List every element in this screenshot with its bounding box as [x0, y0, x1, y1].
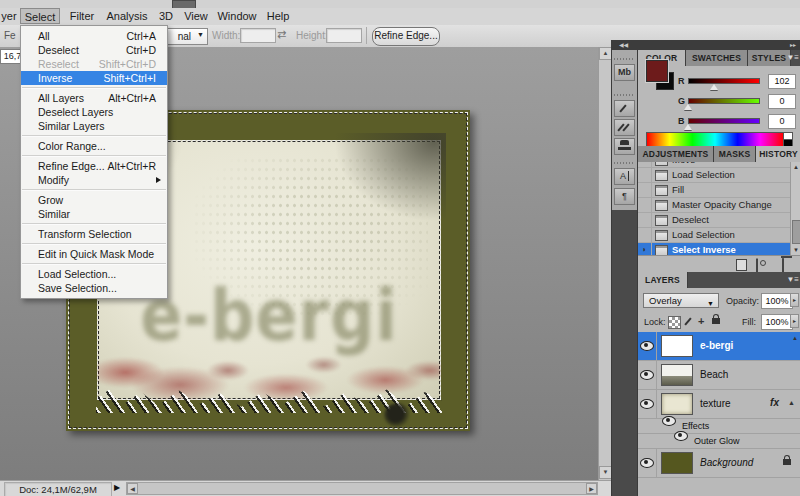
- lock-all-icon[interactable]: [712, 318, 720, 324]
- width-input[interactable]: [240, 28, 276, 43]
- tab-swatches[interactable]: SWATCHES: [686, 50, 748, 66]
- character-panel-icon[interactable]: A: [614, 168, 635, 185]
- menu-item-deselect[interactable]: DeselectCtrl+D: [21, 43, 167, 57]
- menu-analysis[interactable]: Analysis: [102, 8, 152, 24]
- scroll-up-icon[interactable]: ▲: [793, 164, 799, 170]
- panel-menu-icon[interactable]: ▼≡: [786, 53, 799, 62]
- fill-slider-icon[interactable]: ▸: [790, 314, 799, 328]
- scroll-right-icon[interactable]: ▶: [586, 483, 597, 494]
- visibility-eye-icon[interactable]: [640, 370, 654, 380]
- menu-item-modify[interactable]: Modify: [21, 173, 167, 187]
- menu-view[interactable]: View: [180, 8, 212, 24]
- brush-panel-icon[interactable]: [614, 100, 635, 117]
- opacity-slider-icon[interactable]: ▸: [790, 293, 799, 307]
- visibility-eye-icon[interactable]: [674, 431, 688, 441]
- menu-item-similar[interactable]: Similar: [21, 207, 167, 221]
- layer-thumbnail[interactable]: [661, 335, 693, 357]
- history-scrollbar[interactable]: ▲ ▼: [790, 162, 800, 255]
- blue-slider[interactable]: [688, 118, 760, 124]
- blend-mode-dropdown[interactable]: Overlay ▼: [643, 293, 719, 308]
- lock-transparency-icon[interactable]: [668, 316, 681, 329]
- clone-source-icon[interactable]: [614, 138, 635, 155]
- menu-item-transform-selection[interactable]: Transform Selection: [21, 227, 167, 241]
- tab-adjustments[interactable]: ADJUSTMENTS: [638, 146, 714, 162]
- menu-select[interactable]: Select: [20, 8, 60, 24]
- menu-item-all-layers[interactable]: All LayersAlt+Ctrl+A: [21, 91, 167, 105]
- menu-item-save-selection[interactable]: Save Selection...: [21, 281, 167, 295]
- layer-row-e-bergi[interactable]: e-bergi: [638, 332, 800, 361]
- color-spectrum-ramp[interactable]: [646, 132, 784, 147]
- layer-thumbnail[interactable]: [661, 364, 693, 386]
- paragraph-panel-icon[interactable]: ¶: [614, 188, 635, 205]
- brush-presets-icon[interactable]: [614, 119, 635, 136]
- layer-row-background[interactable]: Background: [638, 449, 800, 478]
- mini-bridge-icon[interactable]: Mb: [614, 64, 635, 81]
- green-slider[interactable]: [688, 98, 760, 104]
- menu-help[interactable]: Help: [262, 8, 294, 24]
- menu-3d[interactable]: 3D: [154, 8, 178, 24]
- history-item-master-opacity[interactable]: Master Opacity Change: [638, 198, 790, 213]
- scrollbar-thumb[interactable]: [792, 220, 800, 244]
- history-item-select-inverse[interactable]: ◗ Select Inverse: [638, 243, 790, 255]
- fx-badge[interactable]: fx: [770, 397, 779, 408]
- layer-thumbnail[interactable]: [661, 452, 693, 474]
- green-slider-marker[interactable]: [684, 104, 692, 110]
- red-slider[interactable]: [688, 78, 760, 84]
- red-slider-marker[interactable]: [710, 84, 718, 90]
- layer-row-texture[interactable]: texture fx ▲: [638, 390, 800, 419]
- menu-item-similar-layers[interactable]: Similar Layers: [21, 119, 167, 133]
- menu-item-load-selection[interactable]: Load Selection...: [21, 267, 167, 281]
- lock-position-icon[interactable]: +: [698, 316, 704, 327]
- menu-filter[interactable]: Filter: [64, 8, 100, 24]
- tab-styles[interactable]: STYLES: [748, 50, 791, 66]
- history-item-fill[interactable]: Fill: [638, 183, 790, 198]
- foreground-color-swatch[interactable]: [646, 60, 668, 82]
- panel-menu-icon[interactable]: ▼≡: [786, 275, 799, 284]
- swap-dimensions-icon[interactable]: ⇄: [277, 28, 286, 41]
- fill-value[interactable]: 100%: [761, 314, 793, 330]
- menu-item-inverse[interactable]: InverseShift+Ctrl+I: [21, 71, 167, 85]
- layer-row-beach[interactable]: Beach: [638, 361, 800, 390]
- opacity-value[interactable]: 100%: [761, 293, 793, 309]
- document-horizontal-scrollbar[interactable]: ◀ ▶: [126, 482, 598, 495]
- height-input[interactable]: [326, 28, 362, 43]
- collapse-panels-icon[interactable]: ◀◀: [619, 40, 628, 50]
- expand-dock-icon[interactable]: ▸▸: [790, 40, 796, 50]
- blue-value-input[interactable]: 0: [768, 114, 796, 129]
- document-vertical-scrollbar[interactable]: ▲ ▼: [598, 47, 611, 480]
- collapse-effects-icon[interactable]: ▲: [788, 399, 795, 406]
- history-item-load-selection-2[interactable]: Load Selection: [638, 228, 790, 243]
- green-value-input[interactable]: 0: [768, 94, 796, 109]
- outer-glow-row[interactable]: Outer Glow: [638, 434, 800, 449]
- tab-layers[interactable]: LAYERS: [638, 272, 688, 288]
- menu-item-grow[interactable]: Grow: [21, 193, 167, 207]
- lock-pixels-icon[interactable]: [685, 316, 696, 327]
- effects-row[interactable]: Effects: [638, 419, 800, 434]
- history-item-load-selection[interactable]: Load Selection: [638, 168, 790, 183]
- tab-masks[interactable]: MASKS: [714, 146, 756, 162]
- layer-thumbnail[interactable]: [661, 393, 693, 415]
- menu-item-quick-mask[interactable]: Edit in Quick Mask Mode: [21, 247, 167, 261]
- menu-item-color-range[interactable]: Color Range...: [21, 139, 167, 153]
- menu-window[interactable]: Window: [214, 8, 260, 24]
- history-source-icon[interactable]: ◗: [638, 243, 652, 255]
- scroll-down-icon[interactable]: ▼: [793, 247, 799, 253]
- history-item-deselect[interactable]: Deselect: [638, 213, 790, 228]
- visibility-eye-icon[interactable]: [640, 458, 654, 468]
- visibility-eye-icon[interactable]: [640, 341, 654, 351]
- red-value-input[interactable]: 102: [768, 74, 796, 89]
- scroll-up-icon[interactable]: ▲: [792, 335, 798, 341]
- menu-layer-partial[interactable]: yer: [0, 8, 18, 24]
- new-document-from-state-icon[interactable]: [736, 259, 747, 271]
- history-state-icon: [655, 215, 668, 226]
- tab-history[interactable]: HISTORY: [756, 146, 800, 162]
- visibility-eye-icon[interactable]: [640, 399, 654, 409]
- menu-item-all[interactable]: AllCtrl+A: [21, 29, 167, 43]
- menu-item-refine-edge[interactable]: Refine Edge...Alt+Ctrl+R: [21, 159, 167, 173]
- status-popup-icon[interactable]: ▶: [114, 483, 120, 492]
- visibility-eye-icon[interactable]: [662, 416, 676, 426]
- refine-edge-button[interactable]: Refine Edge...: [372, 27, 440, 46]
- scroll-left-icon[interactable]: ◀: [127, 483, 138, 494]
- blue-slider-marker[interactable]: [684, 124, 692, 130]
- menu-item-deselect-layers[interactable]: Deselect Layers: [21, 105, 167, 119]
